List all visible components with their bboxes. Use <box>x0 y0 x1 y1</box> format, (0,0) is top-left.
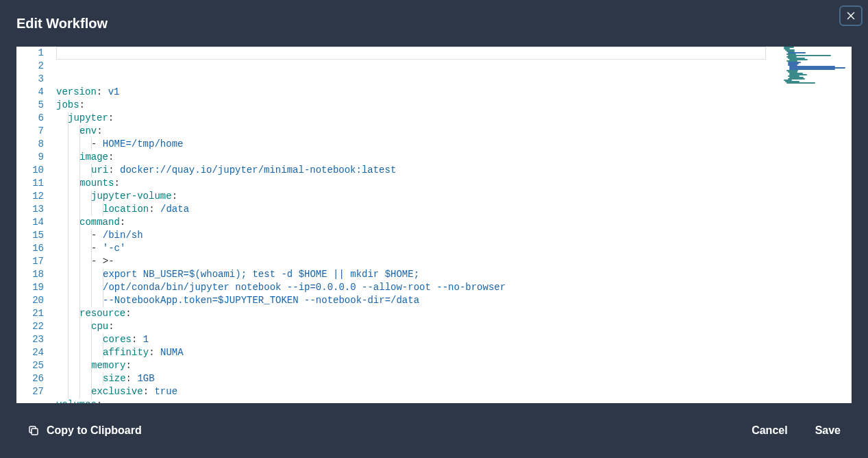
line-number: 2 <box>22 60 44 73</box>
line-number: 10 <box>22 164 44 177</box>
line-number: 1 <box>22 47 44 60</box>
code-line[interactable]: image: <box>56 151 852 164</box>
code-line[interactable]: uri: docker://quay.io/jupyter/minimal-no… <box>56 164 852 177</box>
line-number: 4 <box>22 86 44 99</box>
code-line[interactable]: memory: <box>56 359 852 372</box>
modal-header: Edit Workflow <box>0 0 868 47</box>
line-number: 27 <box>22 385 44 398</box>
copy-label: Copy to Clipboard <box>47 424 142 437</box>
copy-to-clipboard-button[interactable]: Copy to Clipboard <box>27 424 142 437</box>
code-line[interactable]: jupyter: <box>56 112 852 125</box>
modal-footer: Copy to Clipboard Cancel Save <box>0 403 868 458</box>
code-line[interactable]: affinity: NUMA <box>56 346 852 359</box>
line-number: 5 <box>22 99 44 112</box>
line-number: 20 <box>22 294 44 307</box>
line-number: 24 <box>22 346 44 359</box>
line-number: 18 <box>22 268 44 281</box>
line-number: 19 <box>22 281 44 294</box>
code-line[interactable]: location: /data <box>56 203 852 216</box>
code-line[interactable]: version: v1 <box>56 86 852 99</box>
line-number: 3 <box>22 73 44 86</box>
line-number: 22 <box>22 320 44 333</box>
line-number-gutter: 1234567891011121314151617181920212223242… <box>16 47 56 403</box>
line-number: 14 <box>22 216 44 229</box>
line-number: 8 <box>22 138 44 151</box>
line-number: 21 <box>22 307 44 320</box>
code-editor[interactable]: 1234567891011121314151617181920212223242… <box>16 47 852 403</box>
line-number: 9 <box>22 151 44 164</box>
code-line[interactable]: command: <box>56 216 852 229</box>
cancel-button[interactable]: Cancel <box>752 424 787 437</box>
save-button[interactable]: Save <box>815 424 841 437</box>
line-number: 25 <box>22 359 44 372</box>
line-number: 23 <box>22 333 44 346</box>
line-number: 26 <box>22 372 44 385</box>
code-area[interactable]: version: v1jobs:jupyter:env:- HOME=/tmp/… <box>56 47 852 403</box>
line-number: 15 <box>22 229 44 242</box>
code-line[interactable]: - '-c' <box>56 242 852 255</box>
line-number: 11 <box>22 177 44 190</box>
current-line-highlight <box>56 47 766 60</box>
code-line[interactable]: - /bin/sh <box>56 229 852 242</box>
code-line[interactable]: env: <box>56 125 852 138</box>
code-line[interactable]: cpu: <box>56 320 852 333</box>
line-number: 7 <box>22 125 44 138</box>
code-line[interactable]: - HOME=/tmp/home <box>56 138 852 151</box>
modal-title: Edit Workflow <box>16 16 108 32</box>
line-number: 17 <box>22 255 44 268</box>
code-line[interactable]: volumes: <box>56 398 852 403</box>
close-icon <box>845 10 856 21</box>
code-line[interactable]: exclusive: true <box>56 385 852 398</box>
line-number: 13 <box>22 203 44 216</box>
code-line[interactable]: jobs: <box>56 99 852 112</box>
code-line[interactable]: size: 1GB <box>56 372 852 385</box>
code-line[interactable]: jupyter-volume: <box>56 190 852 203</box>
code-line[interactable]: export NB_USER=$(whoami); test -d $HOME … <box>56 268 852 281</box>
code-line[interactable]: resource: <box>56 307 852 320</box>
code-line[interactable]: mounts: <box>56 177 852 190</box>
code-line[interactable]: --NotebookApp.token=$JUPYTER_TOKEN --not… <box>56 294 852 307</box>
close-button[interactable] <box>839 5 863 26</box>
code-line[interactable]: cores: 1 <box>56 333 852 346</box>
code-line[interactable]: - >- <box>56 255 852 268</box>
line-number: 16 <box>22 242 44 255</box>
copy-icon <box>27 424 40 437</box>
svg-rect-2 <box>32 429 38 435</box>
line-number: 6 <box>22 112 44 125</box>
code-line[interactable]: /opt/conda/bin/jupyter notebook --ip=0.0… <box>56 281 852 294</box>
line-number: 12 <box>22 190 44 203</box>
